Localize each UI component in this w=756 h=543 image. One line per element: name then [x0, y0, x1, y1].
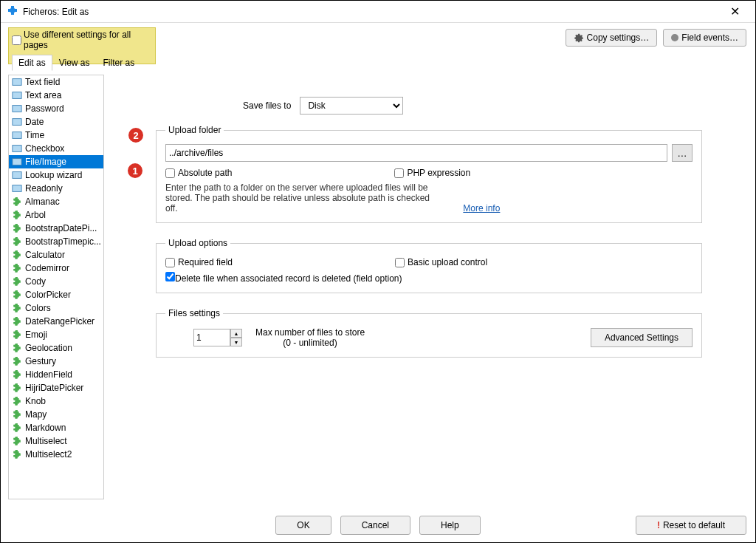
svg-rect-8: [13, 185, 21, 192]
window-title: Ficheros: Edit as: [23, 7, 720, 17]
cancel-button[interactable]: Cancel: [340, 516, 410, 535]
svg-rect-3: [13, 119, 21, 126]
svg-rect-6: [13, 159, 21, 165]
content-panel: Save files to Disk Upload folder 2 … Abs…: [110, 75, 748, 499]
max-files-sub: (0 - unlimited): [255, 338, 365, 348]
reset-button[interactable]: ! Reset to default: [636, 516, 746, 535]
field-type-list[interactable]: Text fieldText areaPasswordDateTimeCheck…: [8, 75, 104, 499]
main-area: Text fieldText areaPasswordDateTimeCheck…: [1, 67, 755, 507]
copy-settings-button[interactable]: Copy settings…: [566, 29, 658, 47]
svg-rect-2: [13, 106, 21, 112]
sidebar-item-multiselect2[interactable]: Multiselect2: [9, 448, 103, 461]
sidebar-item-colors[interactable]: Colors: [9, 301, 103, 315]
save-files-select[interactable]: Disk: [300, 97, 403, 115]
more-info-link[interactable]: More info: [463, 203, 500, 214]
app-icon: [7, 6, 18, 18]
files-settings-fieldset: Files settings ▲ ▼ Max number of files t…: [156, 308, 702, 358]
field-events-button[interactable]: Field events…: [663, 29, 746, 47]
sidebar-item-checkbox[interactable]: Checkbox: [9, 142, 103, 155]
upload-folder-fieldset: Upload folder 2 … Absolute path PHP expr…: [156, 125, 702, 223]
delete-file-checkbox[interactable]: Delete file when associated record is de…: [165, 273, 402, 284]
browse-button[interactable]: …: [672, 144, 693, 162]
save-files-label: Save files to: [243, 100, 291, 111]
max-files-label: Max number of files to store: [255, 327, 365, 338]
sidebar-item-knob[interactable]: Knob: [9, 395, 103, 408]
upload-options-legend: Upload options: [165, 238, 230, 248]
sidebar-item-password[interactable]: Password: [9, 102, 103, 115]
php-expression-checkbox[interactable]: PHP expression: [394, 168, 470, 178]
tab-edit-as[interactable]: Edit as: [12, 55, 52, 71]
annotation-2: 2: [127, 126, 145, 144]
sidebar-item-codemirror[interactable]: Codemirror: [9, 262, 103, 275]
tabs: Edit as View as Filter as: [12, 55, 152, 71]
dialog-window: Ficheros: Edit as ✕ Use different settin…: [0, 0, 756, 543]
sidebar-item-cody[interactable]: Cody: [9, 275, 103, 288]
sidebar-item-bootstraptimepic-[interactable]: BootstrapTimepic...: [9, 235, 103, 248]
spinner-down[interactable]: ▼: [230, 338, 242, 346]
tab-filter-as[interactable]: Filter as: [97, 55, 142, 71]
close-button[interactable]: ✕: [720, 4, 749, 18]
upload-options-fieldset: Upload options Required field Basic uplo…: [156, 238, 702, 293]
sidebar-item-hiddenfield[interactable]: HiddenField: [9, 368, 103, 381]
absolute-path-checkbox[interactable]: Absolute path: [165, 168, 232, 178]
sidebar-item-mapy[interactable]: Mapy: [9, 408, 103, 421]
svg-rect-7: [13, 172, 21, 179]
svg-rect-5: [13, 146, 21, 152]
sidebar-item-daterangepicker[interactable]: DateRangePicker: [9, 315, 103, 328]
titlebar: Ficheros: Edit as ✕: [1, 1, 755, 23]
help-button[interactable]: Help: [419, 516, 481, 535]
sidebar-item-gestury[interactable]: Gestury: [9, 355, 103, 368]
ok-button[interactable]: OK: [275, 516, 331, 535]
gear-icon: [574, 33, 584, 43]
basic-upload-checkbox[interactable]: Basic upload control: [395, 257, 487, 267]
sidebar-item-calculator[interactable]: Calculator: [9, 248, 103, 262]
sidebar-item-colorpicker[interactable]: ColorPicker: [9, 288, 103, 301]
sidebar-item-hijridatepicker[interactable]: HijriDatePicker: [9, 381, 103, 395]
spinner-up[interactable]: ▲: [230, 329, 242, 338]
sidebar-item-text-area[interactable]: Text area: [9, 89, 103, 102]
required-field-checkbox[interactable]: Required field: [165, 257, 233, 267]
sidebar-item-text-field[interactable]: Text field: [9, 75, 103, 89]
files-settings-legend: Files settings: [165, 308, 223, 318]
sidebar-item-date[interactable]: Date: [9, 115, 103, 129]
upload-folder-legend: Upload folder: [165, 125, 224, 135]
tab-view-as[interactable]: View as: [52, 55, 97, 71]
use-different-label: Use different settings for all pages: [24, 30, 152, 50]
sidebar-item-emoji[interactable]: Emoji: [9, 328, 103, 341]
advanced-settings-button[interactable]: Advanced Settings: [591, 328, 693, 347]
svg-rect-0: [13, 79, 21, 86]
annotation-1: 1: [126, 162, 144, 180]
toolbar: Use different settings for all pages Edi…: [1, 23, 755, 67]
svg-rect-4: [13, 132, 21, 139]
use-different-input[interactable]: [12, 35, 21, 45]
settings-highlight-box: Use different settings for all pages Edi…: [8, 27, 156, 64]
footer: OK Cancel Help ! Reset to default: [1, 507, 755, 542]
sidebar-item-file-image[interactable]: File/Image: [9, 155, 103, 168]
max-files-spinner[interactable]: ▲ ▼: [193, 329, 242, 346]
upload-folder-desc: Enter the path to a folder on the server…: [165, 182, 431, 214]
use-different-checkbox[interactable]: Use different settings for all pages: [12, 30, 152, 50]
sidebar-item-markdown[interactable]: Markdown: [9, 421, 103, 434]
sidebar-item-time[interactable]: Time: [9, 129, 103, 142]
max-files-input[interactable]: [193, 329, 230, 346]
warning-icon: !: [657, 520, 660, 530]
sidebar-item-readonly[interactable]: Readonly: [9, 182, 103, 195]
sidebar-item-lookup-wizard[interactable]: Lookup wizard: [9, 168, 103, 182]
event-icon: [671, 34, 678, 41]
sidebar-item-multiselect[interactable]: Multiselect: [9, 434, 103, 448]
sidebar-item-almanac[interactable]: Almanac: [9, 195, 103, 208]
svg-rect-1: [13, 92, 21, 99]
sidebar-item-geolocation[interactable]: Geolocation: [9, 341, 103, 355]
upload-folder-input[interactable]: [165, 144, 667, 162]
sidebar-item-bootstrapdatepi-[interactable]: BootstrapDatePi...: [9, 222, 103, 235]
sidebar-item-arbol[interactable]: Arbol: [9, 208, 103, 222]
